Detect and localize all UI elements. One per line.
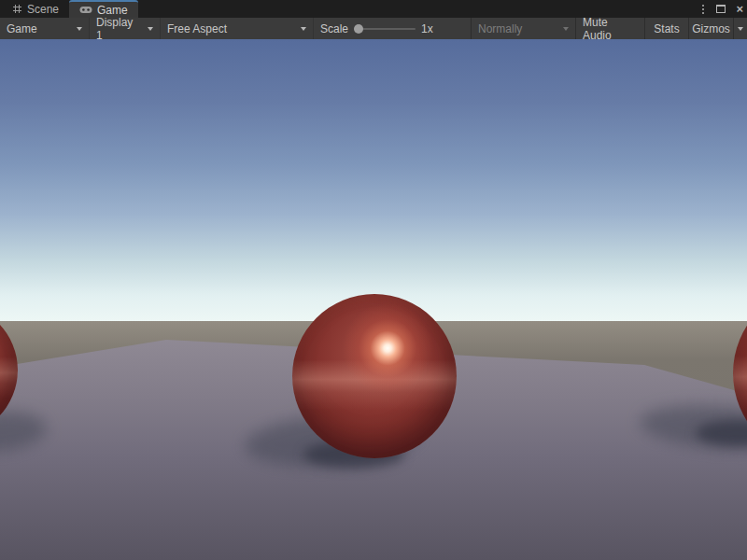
tab-bar: Scene Game × [0, 0, 747, 18]
scale-slider[interactable] [354, 18, 416, 39]
chevron-down-icon [563, 27, 569, 31]
chevron-down-icon [738, 27, 743, 31]
chevron-down-icon [301, 27, 306, 31]
game-menu-dropdown[interactable]: Game [0, 18, 90, 39]
kebab-menu-icon[interactable] [700, 3, 706, 16]
slider-knob[interactable] [354, 24, 363, 34]
vsync-label: Normally [478, 22, 522, 35]
aspect-ratio-dropdown[interactable]: Free Aspect [161, 18, 314, 39]
game-viewport[interactable] [0, 39, 747, 560]
vsync-dropdown: Normally [471, 18, 575, 39]
red-sphere-center [292, 294, 457, 458]
grid-icon [12, 4, 22, 14]
mute-audio-button[interactable]: Mute Audio [575, 18, 644, 39]
gamepad-icon [79, 6, 92, 14]
tab-game[interactable]: Game [69, 0, 138, 18]
close-icon[interactable]: × [736, 3, 743, 15]
gizmos-arrow-button[interactable] [733, 18, 747, 39]
chevron-down-icon [77, 27, 82, 31]
maximize-icon[interactable] [716, 5, 726, 13]
sky-gradient [0, 39, 747, 321]
stats-button[interactable]: Stats [644, 18, 688, 39]
scale-label: Scale [320, 22, 348, 35]
window-controls: × [700, 0, 743, 18]
stats-label: Stats [654, 22, 679, 35]
gizmos-label: Gizmos [692, 22, 730, 35]
scale-value: 1x [421, 22, 433, 35]
game-menu-label: Game [7, 22, 37, 35]
display-label: Display 1 [96, 16, 140, 42]
scale-group: Scale 1x [314, 18, 471, 39]
gizmos-button[interactable]: Gizmos [688, 18, 733, 39]
tab-scene[interactable]: Scene [2, 0, 69, 18]
chevron-down-icon [148, 27, 153, 31]
aspect-label: Free Aspect [167, 22, 227, 35]
game-view-toolbar: Game Display 1 Free Aspect Scale 1x Norm… [0, 18, 747, 39]
tab-game-label: Game [97, 4, 128, 17]
display-dropdown[interactable]: Display 1 [90, 18, 161, 39]
tab-scene-label: Scene [27, 3, 59, 16]
mute-audio-label: Mute Audio [583, 16, 638, 42]
